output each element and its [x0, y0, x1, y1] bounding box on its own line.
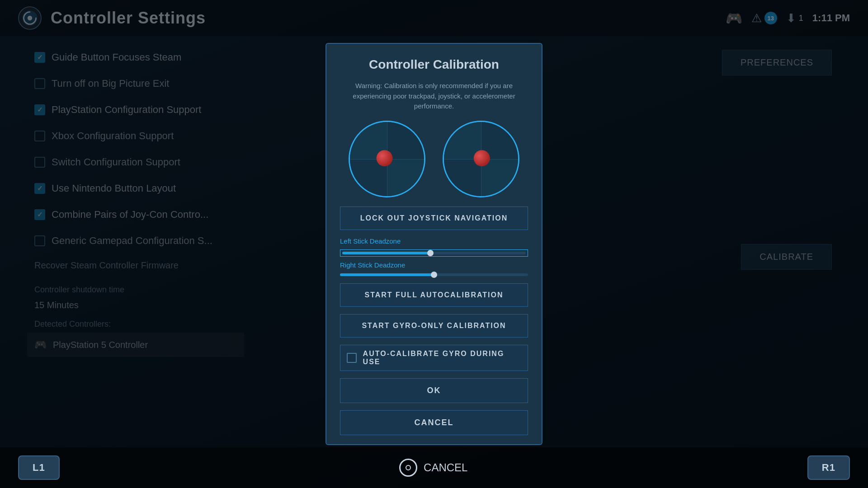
start-gyro-label: START GYRO-ONLY CALIBRATION [362, 322, 506, 329]
quad-br [387, 159, 424, 196]
cancel-modal-label: CANCEL [415, 418, 454, 427]
start-full-autocalibration-button[interactable]: START FULL AUTOCALIBRATION [340, 283, 528, 307]
modal-overlay: Controller Calibration Warning: Calibrat… [0, 0, 868, 488]
calibration-modal: Controller Calibration Warning: Calibrat… [326, 43, 542, 445]
start-full-label: START FULL AUTOCALIBRATION [364, 291, 503, 299]
quad-bl [444, 159, 481, 196]
modal-title: Controller Calibration [340, 57, 528, 72]
right-slider-track[interactable] [340, 273, 528, 276]
auto-calibrate-row[interactable]: AUTO-CALIBRATE GYRO DURING USE [340, 345, 528, 371]
left-deadzone-slider-container[interactable] [340, 249, 528, 257]
l1-button[interactable]: L1 [18, 455, 60, 480]
bottom-bar: L1 CANCEL R1 [0, 447, 868, 488]
right-slider-fill [340, 273, 434, 276]
circle-button[interactable] [399, 459, 417, 477]
auto-calibrate-label: AUTO-CALIBRATE GYRO DURING USE [363, 350, 521, 366]
right-slider-thumb[interactable] [431, 272, 437, 278]
lock-joystick-button[interactable]: LOCK OUT JOYSTICK NAVIGATION [340, 206, 528, 230]
ok-button[interactable]: OK [340, 378, 528, 403]
right-joystick-dot [474, 150, 490, 166]
ok-label: OK [427, 386, 441, 395]
left-slider-fill [342, 252, 430, 254]
joystick-row [340, 121, 528, 197]
modal-warning: Warning: Calibration is only recommended… [340, 81, 528, 112]
bottom-cancel-area[interactable]: CANCEL [399, 459, 467, 477]
circle-inner [406, 465, 411, 470]
left-slider-thumb[interactable] [427, 250, 434, 256]
start-gyro-calibration-button[interactable]: START GYRO-ONLY CALIBRATION [340, 314, 528, 338]
right-deadzone-slider-container[interactable] [340, 273, 528, 276]
right-joystick [443, 121, 519, 197]
l1-label: L1 [33, 462, 45, 473]
r1-label: R1 [822, 462, 835, 473]
left-deadzone-label: Left Stick Deadzone [340, 237, 528, 245]
quad-tr [387, 122, 424, 159]
deadzone-section: Left Stick Deadzone Right Stick Deadzone [340, 237, 528, 276]
auto-calibrate-checkbox[interactable] [347, 353, 357, 363]
left-joystick [349, 121, 425, 197]
right-deadzone-label: Right Stick Deadzone [340, 261, 528, 269]
bottom-cancel-label: CANCEL [424, 461, 467, 474]
r1-button[interactable]: R1 [807, 455, 850, 480]
left-slider-track[interactable] [342, 252, 526, 254]
cancel-modal-button[interactable]: CANCEL [340, 410, 528, 435]
left-joystick-dot [377, 150, 393, 166]
lock-label: LOCK OUT JOYSTICK NAVIGATION [360, 214, 508, 222]
